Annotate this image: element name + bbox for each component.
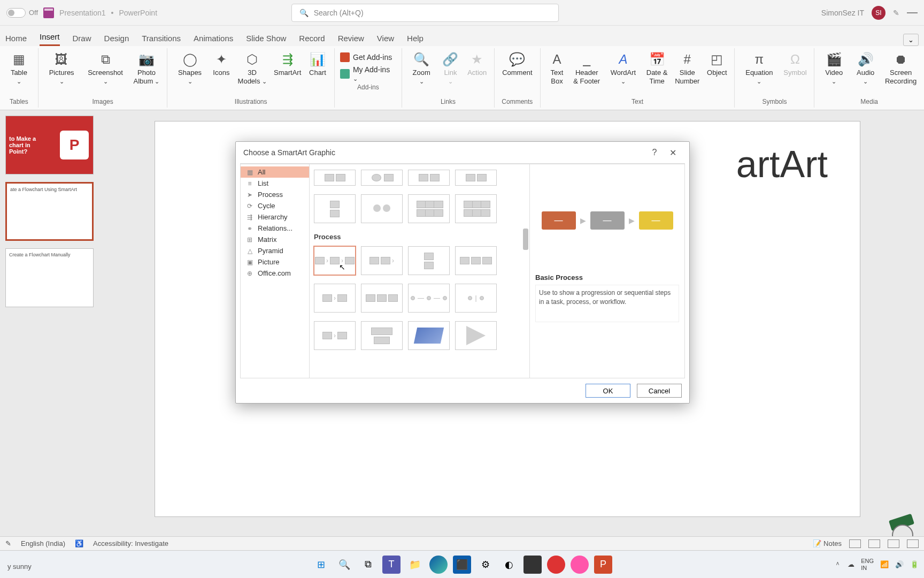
chrome-icon[interactable]: ◐ <box>500 556 518 574</box>
tab-insert[interactable]: Insert <box>40 32 60 46</box>
ok-button[interactable]: OK <box>586 384 630 398</box>
shapes-button[interactable]: ◯Shapes <box>173 50 207 86</box>
comment-button[interactable]: 💬Comment <box>500 50 534 78</box>
accessibility-status[interactable]: Accessibility: Investigate <box>93 539 168 547</box>
photoalbum-button[interactable]: 📷Photo Album <box>132 50 162 86</box>
save-icon[interactable] <box>43 7 54 18</box>
slidenumber-button[interactable]: #Slide Number <box>673 50 702 86</box>
gallery-item[interactable]: › <box>314 321 356 350</box>
datetime-button[interactable]: 📅Date & Time <box>644 50 669 86</box>
gallery-item-basic-process[interactable]: ››↖ <box>314 246 356 275</box>
gallery-item[interactable] <box>314 170 356 186</box>
cancel-button[interactable]: Cancel <box>637 384 682 398</box>
search-input[interactable]: 🔍 Search (Alt+Q) <box>291 4 559 22</box>
get-addins-button[interactable]: Get Add-ins <box>340 52 396 62</box>
category-list[interactable]: ≡List <box>241 178 309 189</box>
object-button[interactable]: ◰Object <box>705 50 729 78</box>
category-picture[interactable]: ▣Picture <box>241 256 309 268</box>
gallery-item[interactable] <box>361 321 403 350</box>
notes-button[interactable]: 📝 Notes <box>813 539 842 547</box>
category-hierarchy[interactable]: ⇶Hierarchy <box>241 211 309 223</box>
wifi-icon[interactable]: 📶 <box>880 560 889 568</box>
wordart-button[interactable]: AWordArt <box>605 50 641 86</box>
volume-icon[interactable]: 🔊 <box>895 560 904 568</box>
tab-design[interactable]: Design <box>104 34 129 46</box>
chart-button[interactable]: 📊Chart <box>306 50 329 78</box>
onedrive-icon[interactable]: ☁ <box>848 560 854 568</box>
textbox-button[interactable]: AText Box <box>546 50 568 86</box>
tab-home[interactable]: Home <box>5 34 27 46</box>
language-status[interactable]: English (India) <box>21 539 65 547</box>
tab-view[interactable]: View <box>377 34 394 46</box>
app-icon[interactable] <box>547 556 565 574</box>
screenshot-button[interactable]: ⧉Screenshot <box>82 50 128 86</box>
3dmodels-button[interactable]: ⬡3D Models <box>236 50 268 86</box>
edge-icon[interactable] <box>429 556 448 574</box>
equation-button[interactable]: πEquation <box>740 50 778 86</box>
thumb-slide-3[interactable]: Create a Flowchart Manually <box>5 248 94 307</box>
gallery-item[interactable] <box>408 246 450 275</box>
tab-slideshow[interactable]: Slide Show <box>246 34 286 46</box>
gallery-item[interactable] <box>408 321 450 350</box>
normal-view-icon[interactable] <box>849 539 861 548</box>
collapse-ribbon-icon[interactable]: ⌄ <box>903 34 919 46</box>
taskview-icon[interactable]: ⧉ <box>359 556 377 574</box>
category-cycle[interactable]: ⟳Cycle <box>241 200 309 211</box>
close-icon[interactable]: ✕ <box>664 148 682 158</box>
audio-button[interactable]: 🔊Audio <box>851 50 880 86</box>
gallery-item[interactable] <box>455 194 497 223</box>
smartart-button[interactable]: ⇶SmartArt <box>272 50 303 78</box>
tab-animations[interactable]: Animations <box>194 34 233 46</box>
gallery-item[interactable] <box>314 194 356 223</box>
my-addins-button[interactable]: My Add-ins <box>340 65 396 82</box>
sorter-view-icon[interactable] <box>868 539 880 548</box>
lang-indicator[interactable]: ENG IN <box>861 558 874 571</box>
powerpoint-icon[interactable]: P <box>594 556 612 574</box>
zoom-button[interactable]: 🔍Zoom <box>407 50 436 86</box>
gallery-item[interactable] <box>361 284 403 313</box>
table-button[interactable]: ▦Table <box>5 50 33 86</box>
tab-record[interactable]: Record <box>299 34 325 46</box>
category-all[interactable]: ▦All <box>241 166 309 178</box>
gallery-item[interactable]: —— <box>408 284 450 313</box>
start-icon[interactable]: ⊞ <box>312 556 330 574</box>
tab-draw[interactable]: Draw <box>73 34 91 46</box>
category-matrix[interactable]: ⊞Matrix <box>241 234 309 245</box>
app-icon[interactable]: ⚙ <box>476 556 495 574</box>
gallery-item[interactable] <box>408 194 450 223</box>
avatar[interactable]: SI <box>872 6 886 20</box>
gallery-item[interactable] <box>361 194 403 223</box>
pictures-button[interactable]: 🖼Pictures <box>44 50 80 86</box>
category-relationship[interactable]: ⚭Relations... <box>241 223 309 234</box>
reading-view-icon[interactable] <box>888 539 899 548</box>
app-icon[interactable] <box>571 556 589 574</box>
minimize-icon[interactable] <box>907 12 918 13</box>
gallery-item[interactable] <box>408 170 450 186</box>
teams-icon[interactable]: T <box>382 556 401 574</box>
app-icon[interactable] <box>523 556 542 574</box>
spell-icon[interactable]: ✎ <box>5 539 11 547</box>
explorer-icon[interactable]: 📁 <box>406 556 424 574</box>
smartart-gallery[interactable]: Process ››↖ › › —— | › <box>310 164 530 378</box>
autosave-toggle[interactable]: Off <box>6 8 38 18</box>
headerfooter-button[interactable]: ⎯Header & Footer <box>572 50 602 86</box>
toggle-switch[interactable] <box>6 8 26 18</box>
battery-icon[interactable]: 🔋 <box>910 560 919 568</box>
video-button[interactable]: 🎬Video <box>820 50 848 86</box>
gallery-item[interactable]: › <box>361 246 403 275</box>
gallery-item[interactable] <box>361 170 403 186</box>
category-process[interactable]: ➤Process <box>241 189 309 200</box>
screenrec-button[interactable]: ⏺Screen Recording <box>883 50 919 86</box>
chevron-up-icon[interactable]: ＾ <box>834 560 841 569</box>
scrollbar-thumb[interactable] <box>523 229 528 250</box>
gallery-item[interactable] <box>455 321 497 350</box>
gallery-item[interactable] <box>455 246 497 275</box>
tab-review[interactable]: Review <box>338 34 364 46</box>
gallery-item[interactable]: › <box>314 284 356 313</box>
slideshow-view-icon[interactable] <box>907 539 919 548</box>
store-icon[interactable]: ⬛ <box>453 556 471 574</box>
thumb-slide-1[interactable]: to Make a chart in Point? P <box>5 116 94 174</box>
tab-transitions[interactable]: Transitions <box>142 34 181 46</box>
help-icon[interactable]: ? <box>645 148 664 157</box>
thumb-slide-2[interactable]: ate a Flowchart Using SmartArt <box>5 182 94 241</box>
